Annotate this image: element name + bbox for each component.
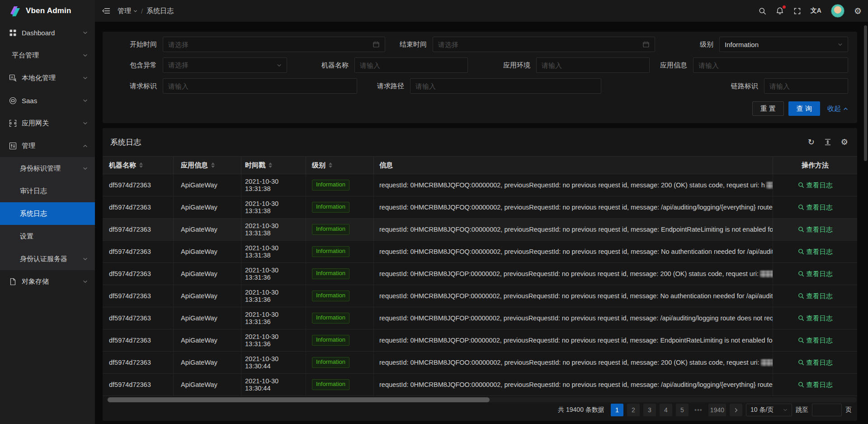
reset-button[interactable]: 重 置 [752,101,784,116]
sidebar-item-settings[interactable]: 设置 [0,225,95,248]
horizontal-scrollbar-thumb[interactable] [108,397,490,402]
level-select[interactable]: Information [719,37,848,52]
magnifier-icon [798,271,804,277]
sidebar-item-audit-log[interactable]: 审计日志 [0,180,95,202]
cell-timestamp: 2021-10-30 13:31:36 [241,263,306,285]
cell-machine-name: df5974d72363 [103,241,174,262]
user-avatar[interactable] [831,4,844,18]
sidebar-item-dashboard[interactable]: Dashboard [0,21,95,44]
app-info-input[interactable] [693,57,848,73]
sidebar-item-localization[interactable]: A 本地化管理 [0,67,95,89]
column-header-timestamp[interactable]: 时间戳 [241,157,306,174]
refresh-icon[interactable]: ↻ [808,138,815,146]
chevron-down-icon [83,98,88,103]
page-button-2[interactable]: 2 [627,404,640,416]
breadcrumb-section-label: 管理 [118,7,131,15]
sidebar-item-system-log[interactable]: 系统日志 [0,202,95,225]
column-header-level[interactable]: 级别 [306,157,374,174]
page-button-1[interactable]: 1 [611,404,623,416]
cell-machine-name: df5974d72363 [103,263,174,285]
horizontal-scrollbar-track[interactable] [107,397,857,402]
column-height-icon[interactable] [824,138,831,146]
chevron-up-icon [843,106,848,111]
sidebar-item-identity-management[interactable]: 身份标识管理 [0,157,95,180]
view-log-link[interactable]: 查看日志 [798,314,833,323]
next-page-button[interactable] [730,404,742,416]
jump-page-input[interactable] [812,404,842,416]
settings-gear-icon[interactable]: ⚙ [854,7,862,15]
sort-icon[interactable] [139,162,143,168]
breadcrumb-section[interactable]: 管理 [118,7,137,15]
cell-app-info: ApiGateWay [174,329,241,351]
app-env-input[interactable] [536,57,650,73]
sort-icon[interactable] [211,162,215,168]
view-log-link[interactable]: 查看日志 [798,248,833,256]
table-row[interactable]: df5974d72363 ApiGateWay 2021-10-30 13:31… [103,241,857,263]
column-header-app-info[interactable]: 应用信息 [174,157,241,174]
trace-id-input[interactable] [764,78,848,94]
page-button-4[interactable]: 4 [660,404,672,416]
cell-actions: 查看日志 [773,307,857,329]
view-log-link[interactable]: 查看日志 [798,181,833,190]
app-logo[interactable]: Vben Admin [0,0,95,21]
page-button-5[interactable]: 5 [676,404,689,416]
table-row[interactable]: df5974d72363 ApiGateWay 2021-10-30 13:30… [103,374,857,396]
table-row[interactable]: df5974d72363 ApiGateWay 2021-10-30 13:31… [103,196,857,219]
request-path-input-field[interactable] [415,82,596,90]
sort-icon[interactable] [329,162,332,168]
page-button-1940[interactable]: 1940 [708,404,726,416]
end-time-input[interactable] [433,37,655,52]
table-row[interactable]: df5974d72363 ApiGateWay 2021-10-30 13:31… [103,307,857,329]
fullscreen-icon[interactable] [793,7,801,15]
page-size-select[interactable]: 10 条/页 [746,404,792,416]
sidebar-item-identity-server[interactable]: 身份认证服务器 [0,248,95,270]
view-log-link[interactable]: 查看日志 [798,358,833,367]
language-switch-icon[interactable]: 文A [811,7,821,15]
view-log-link[interactable]: 查看日志 [798,203,833,212]
table-row[interactable]: df5974d72363 ApiGateWay 2021-10-30 13:31… [103,219,857,241]
app-info-input-field[interactable] [698,62,843,69]
menu-fold-icon[interactable] [100,5,112,17]
machine-name-input[interactable] [354,57,468,73]
app-env-input-field[interactable] [542,62,644,69]
sidebar-item-label: Saas [22,97,83,105]
table-row[interactable]: df5974d72363 ApiGateWay 2021-10-30 13:30… [103,352,857,374]
table-row[interactable]: df5974d72363 ApiGateWay 2021-10-30 13:31… [103,174,857,196]
view-log-link[interactable]: 查看日志 [798,381,833,389]
machine-name-input-field[interactable] [360,62,462,69]
request-id-input[interactable] [163,78,357,94]
vertical-scrollbar-thumb[interactable] [864,25,867,161]
collapse-link[interactable]: 收起 [827,105,848,113]
notification-bell-icon[interactable] [776,7,784,15]
table-row[interactable]: df5974d72363 ApiGateWay 2021-10-30 13:31… [103,263,857,285]
column-header-machine[interactable]: 机器名称 [103,157,174,174]
system-log-table-panel: 系统日志 ↻ ⚙ 机器名称 应用信息 时间戳 级别 [103,128,857,421]
view-log-link[interactable]: 查看日志 [798,336,833,345]
table-settings-icon[interactable]: ⚙ [841,138,848,146]
chevron-down-icon [83,53,88,58]
sidebar-item-saas[interactable]: Saas [0,89,95,112]
has-exception-select[interactable]: 请选择 [163,57,287,73]
view-log-link[interactable]: 查看日志 [798,225,833,234]
sidebar-item-management[interactable]: 管理 [0,134,95,157]
table-row[interactable]: df5974d72363 ApiGateWay 2021-10-30 13:31… [103,329,857,352]
sidebar-item-app-gateway[interactable]: 应用网关 [0,112,95,134]
trace-id-input-field[interactable] [769,82,843,90]
cell-timestamp: 2021-10-30 13:31:36 [241,307,306,329]
sidebar-item-platform-management[interactable]: 平台管理 [0,44,95,67]
chevron-down-icon [133,9,137,13]
query-button[interactable]: 查 询 [788,101,820,116]
sidebar-item-object-storage[interactable]: 对象存储 [0,270,95,293]
view-log-link[interactable]: 查看日志 [798,270,833,278]
start-time-input[interactable] [163,37,385,52]
sort-icon[interactable] [269,162,272,168]
view-log-link[interactable]: 查看日志 [798,292,833,300]
request-path-input[interactable] [410,78,601,94]
search-icon[interactable] [759,7,766,15]
page-button-3[interactable]: 3 [643,404,656,416]
end-time-input-field[interactable] [438,41,639,48]
table-row[interactable]: df5974d72363 ApiGateWay 2021-10-30 13:31… [103,285,857,307]
request-id-input-field[interactable] [168,82,352,90]
cell-timestamp: 2021-10-30 13:31:38 [241,196,306,218]
start-time-input-field[interactable] [168,41,369,48]
